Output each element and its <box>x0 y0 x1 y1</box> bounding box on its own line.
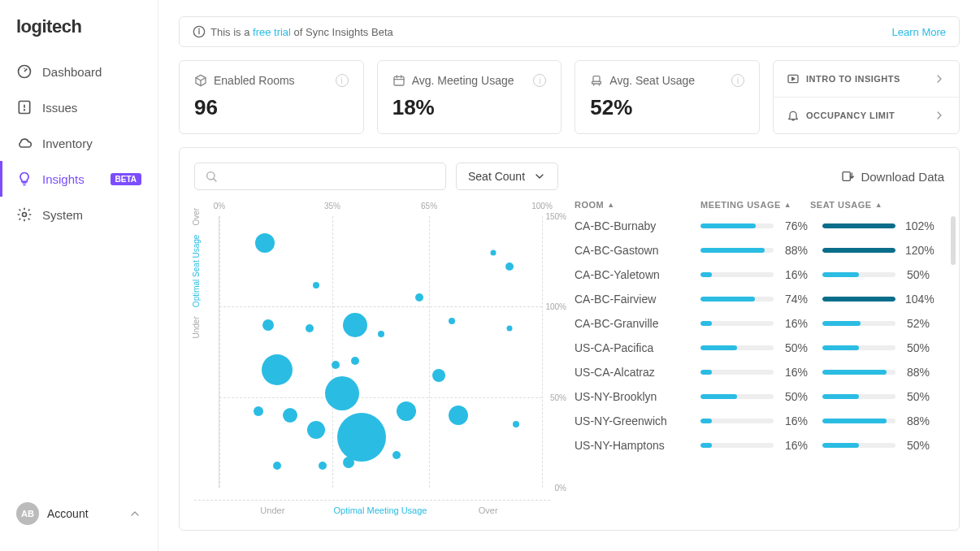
meeting-usage-bar <box>700 248 774 253</box>
bubble[interactable] <box>313 282 319 289</box>
bubble[interactable] <box>507 326 513 332</box>
sidebar-item-inventory[interactable]: Inventory <box>0 125 158 161</box>
search-icon <box>205 170 218 183</box>
bubble[interactable] <box>449 318 455 324</box>
meeting-usage-bar <box>700 345 774 350</box>
seat-usage-bar <box>822 394 895 399</box>
account-menu[interactable]: AB Account <box>0 492 158 535</box>
meeting-usage-bar <box>700 443 774 448</box>
seat-usage-bar <box>822 345 895 350</box>
bubble[interactable] <box>491 249 497 255</box>
bubble[interactable] <box>392 451 401 459</box>
seat-usage-bar <box>822 248 895 253</box>
bubble[interactable] <box>255 233 275 253</box>
svg-point-3 <box>24 110 25 111</box>
info-icon[interactable]: i <box>533 74 546 87</box>
cube-icon <box>194 74 207 87</box>
seat-usage-bar <box>822 297 895 302</box>
meeting-usage-bar <box>700 297 774 302</box>
info-icon[interactable]: i <box>336 74 349 87</box>
room-name: US-CA-Alcatraz <box>575 366 700 379</box>
learn-more-link[interactable]: Learn More <box>892 26 946 38</box>
bubble[interactable] <box>415 293 423 302</box>
seat-usage-value: 102% <box>905 219 944 232</box>
table-row[interactable]: CA-BC-Burnaby76%102% <box>575 219 944 232</box>
table-row[interactable]: US-NY-Greenwich16%88% <box>575 414 944 427</box>
bubble[interactable] <box>283 408 297 423</box>
y-tick: 150% <box>545 212 566 221</box>
table-row[interactable]: US-NY-Hamptons16%50% <box>575 439 944 452</box>
bubble[interactable] <box>262 319 274 331</box>
bubble[interactable] <box>307 421 325 439</box>
play-icon <box>787 72 800 85</box>
table-row[interactable]: CA-BC-Fairview74%104% <box>575 293 944 306</box>
bubble[interactable] <box>513 421 519 427</box>
y-tick: 50% <box>550 393 566 401</box>
seat-usage-bar <box>822 419 895 423</box>
info-icon <box>193 25 206 38</box>
bubble[interactable] <box>351 357 359 365</box>
banner-text: This is a free trial of Sync Insights Be… <box>210 26 393 38</box>
bubble[interactable] <box>397 401 416 421</box>
bubble[interactable] <box>262 354 293 385</box>
svg-point-7 <box>199 28 200 29</box>
sidebar-item-dashboard[interactable]: Dashboard <box>0 54 158 89</box>
brand-logo: logitech <box>0 16 158 54</box>
col-room[interactable]: ROOM▲ <box>575 200 700 210</box>
sidebar-item-system[interactable]: System <box>0 197 158 232</box>
bubble[interactable] <box>432 369 445 382</box>
kpi-value: 18% <box>392 95 547 120</box>
bubble[interactable] <box>319 462 327 470</box>
bubble[interactable] <box>449 406 468 425</box>
seat-count-dropdown[interactable]: Seat Count <box>456 163 558 190</box>
scrollbar[interactable] <box>951 216 956 265</box>
meeting-usage-bar <box>700 321 774 326</box>
col-meeting-usage[interactable]: MEETING USAGE▲ <box>700 200 810 210</box>
bubble[interactable] <box>332 361 340 369</box>
seat-usage-value: 88% <box>905 366 944 379</box>
table-row[interactable]: CA-BC-Yaletown16%50% <box>575 268 944 281</box>
bubble[interactable] <box>337 413 386 462</box>
seat-usage-bar <box>822 443 895 448</box>
bubble[interactable] <box>325 376 359 410</box>
col-seat-usage[interactable]: SEAT USAGE▲ <box>810 200 920 210</box>
download-data-button[interactable]: Download Data <box>841 170 944 184</box>
room-name: CA-BC-Gastown <box>575 244 700 257</box>
occupancy-limit-link[interactable]: OCCUPANCY LIMIT <box>774 98 959 133</box>
bubble[interactable] <box>343 457 354 468</box>
sidebar-item-insights[interactable]: InsightsBETA <box>0 161 158 197</box>
bubble[interactable] <box>254 406 263 416</box>
room-name: CA-BC-Granville <box>575 317 700 330</box>
table-row[interactable]: US-NY-Brooklyn50%50% <box>575 390 944 403</box>
bubble[interactable] <box>273 462 281 470</box>
meeting-usage-value: 16% <box>783 317 822 330</box>
bubble[interactable] <box>378 331 384 337</box>
bubble-chart[interactable]: 0%35%65%100%150%100%50%0% Under Optimal … <box>194 200 550 515</box>
table-row[interactable]: CA-BC-Granville16%52% <box>575 317 944 330</box>
bubble[interactable] <box>306 324 314 332</box>
meeting-usage-value: 50% <box>783 341 822 354</box>
meeting-usage-bar <box>700 272 774 277</box>
nav-label: System <box>42 208 83 222</box>
bubble[interactable] <box>343 313 367 337</box>
info-icon[interactable]: i <box>731 74 744 87</box>
table-row[interactable]: US-CA-Alcatraz16%88% <box>575 366 944 379</box>
search-input[interactable] <box>194 163 446 190</box>
y-tick: 0% <box>555 484 566 492</box>
room-name: CA-BC-Burnaby <box>575 219 700 232</box>
chevron-right-icon <box>933 72 946 85</box>
table-row[interactable]: CA-BC-Gastown88%120% <box>575 244 944 257</box>
help-card: INTRO TO INSIGHTS OCCUPANCY LIMIT <box>773 60 960 134</box>
bubble[interactable] <box>505 262 514 271</box>
intro-insights-link[interactable]: INTRO TO INSIGHTS <box>774 61 959 98</box>
chevron-right-icon <box>933 109 946 122</box>
meeting-usage-value: 50% <box>783 390 822 403</box>
svg-marker-14 <box>792 77 795 80</box>
table-row[interactable]: US-CA-Pacifica50%50% <box>575 341 944 354</box>
meeting-usage-value: 74% <box>783 293 822 306</box>
free-trial-link[interactable]: free trial <box>253 26 291 38</box>
sidebar-item-issues[interactable]: Issues <box>0 89 158 125</box>
cloud-icon <box>16 135 33 151</box>
seat-usage-value: 104% <box>905 293 944 306</box>
kpi-seat-usage: Avg. Seat Usage i 52% <box>575 60 760 134</box>
